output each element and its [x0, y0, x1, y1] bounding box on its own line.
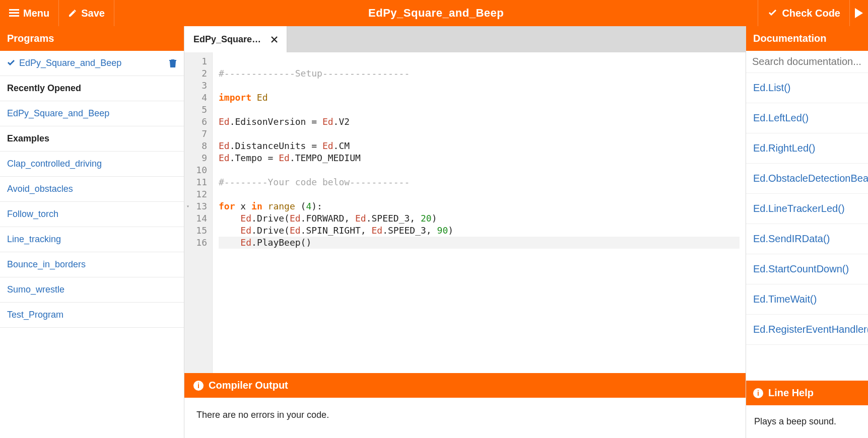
- programs-header: Programs: [0, 26, 184, 51]
- code-line[interactable]: [219, 55, 740, 67]
- code-line[interactable]: [219, 104, 740, 116]
- tab-close-button[interactable]: [271, 36, 278, 43]
- code-line[interactable]: #--------Your code below-----------: [219, 176, 740, 188]
- code-line[interactable]: import Ed: [219, 92, 740, 104]
- doc-search-input[interactable]: [752, 56, 862, 67]
- pencil-icon: [68, 9, 77, 18]
- trash-icon: [169, 59, 177, 68]
- editor-panel: EdPy_Square… 12345678910111213141516 #--…: [184, 26, 746, 438]
- svg-rect-1: [9, 12, 19, 14]
- save-button[interactable]: Save: [59, 0, 114, 26]
- info-icon: i: [753, 388, 763, 398]
- documentation-panel: Documentation Ed.List()Ed.LeftLed()Ed.Ri…: [746, 26, 868, 438]
- info-icon: i: [193, 381, 204, 391]
- close-icon: [271, 36, 278, 43]
- doc-item[interactable]: Ed.List(): [746, 73, 868, 103]
- doc-item[interactable]: Ed.TimeWait(): [746, 284, 868, 315]
- menu-label: Menu: [23, 8, 49, 19]
- doc-item[interactable]: Ed.SendIRData(): [746, 224, 868, 254]
- doc-item[interactable]: Ed.RightLed(): [746, 133, 868, 164]
- compiler-output-body: There are no errors in your code.: [184, 398, 746, 438]
- doc-list: Ed.List()Ed.LeftLed()Ed.RightLed()Ed.Obs…: [746, 73, 868, 381]
- line-help-body: Plays a beep sound.: [746, 405, 868, 438]
- code-line[interactable]: [219, 188, 740, 200]
- active-program-name: EdPy_Square_and_Beep: [19, 58, 121, 68]
- example-item[interactable]: Test_Program: [0, 303, 184, 328]
- code-line[interactable]: #-------------Setup----------------: [219, 67, 740, 80]
- example-item[interactable]: Clap_controlled_driving: [0, 152, 184, 177]
- tab-bar: EdPy_Square…: [184, 26, 746, 52]
- documentation-header: Documentation: [746, 26, 868, 51]
- doc-item[interactable]: Ed.RegisterEventHandler(): [746, 315, 868, 345]
- svg-rect-0: [9, 9, 19, 11]
- code-line[interactable]: [219, 128, 740, 140]
- run-button[interactable]: [849, 0, 868, 26]
- compiler-output-label: Compiler Output: [209, 380, 288, 391]
- doc-item[interactable]: Ed.LineTrackerLed(): [746, 194, 868, 224]
- code-line[interactable]: [219, 164, 740, 176]
- compiler-output-header[interactable]: i Compiler Output: [184, 373, 746, 398]
- doc-item[interactable]: Ed.StartCountDown(): [746, 254, 868, 284]
- examples-header: Examples: [0, 126, 184, 152]
- active-program-row[interactable]: EdPy_Square_and_Beep: [0, 51, 184, 76]
- check-icon: [7, 60, 15, 67]
- hamburger-icon: [9, 9, 19, 17]
- code-line[interactable]: Ed.Tempo = Ed.TEMPO_MEDIUM: [219, 152, 740, 164]
- example-item[interactable]: Sumo_wrestle: [0, 277, 184, 303]
- example-item[interactable]: Avoid_obstacles: [0, 177, 184, 202]
- code-area[interactable]: #-------------Setup----------------impor…: [213, 52, 746, 373]
- top-toolbar: Menu Save EdPy_Square_and_Beep Check Cod…: [0, 0, 868, 26]
- recent-header: Recently Opened: [0, 76, 184, 101]
- doc-search-wrap: [746, 51, 868, 73]
- code-line[interactable]: Ed.EdisonVersion = Ed.V2: [219, 116, 740, 128]
- code-line[interactable]: [219, 80, 740, 92]
- programs-panel: Programs EdPy_Square_and_Beep Recently O…: [0, 26, 184, 438]
- check-code-label: Check Code: [782, 8, 840, 19]
- save-label: Save: [81, 8, 105, 19]
- svg-rect-2: [9, 15, 19, 17]
- code-line[interactable]: Ed.Drive(Ed.FORWARD, Ed.SPEED_3, 20): [219, 212, 740, 225]
- doc-item[interactable]: Ed.ObstacleDetectionBeam(): [746, 164, 868, 194]
- example-item[interactable]: Follow_torch: [0, 202, 184, 227]
- play-icon: [855, 8, 863, 18]
- check-code-button[interactable]: Check Code: [758, 0, 849, 26]
- recent-item[interactable]: EdPy_Square_and_Beep: [0, 101, 184, 126]
- code-editor[interactable]: 12345678910111213141516 #-------------Se…: [184, 52, 746, 373]
- line-help-label: Line Help: [768, 387, 814, 399]
- code-line[interactable]: for x in range (4):: [219, 200, 740, 212]
- delete-program-button[interactable]: [169, 59, 177, 68]
- tab-label: EdPy_Square…: [193, 34, 261, 45]
- example-item[interactable]: Bounce_in_borders: [0, 252, 184, 277]
- line-gutter: 12345678910111213141516: [184, 52, 213, 373]
- example-item[interactable]: Line_tracking: [0, 227, 184, 252]
- code-line[interactable]: Ed.Drive(Ed.SPIN_RIGHT, Ed.SPEED_3, 90): [219, 225, 740, 237]
- menu-button[interactable]: Menu: [0, 0, 59, 26]
- code-line[interactable]: Ed.DistanceUnits = Ed.CM: [219, 140, 740, 152]
- doc-item[interactable]: Ed.LeftLed(): [746, 103, 868, 133]
- line-help-header[interactable]: i Line Help: [746, 381, 868, 405]
- editor-tab[interactable]: EdPy_Square…: [184, 26, 287, 52]
- page-title: EdPy_Square_and_Beep: [114, 0, 758, 26]
- check-icon: [768, 9, 778, 17]
- code-line[interactable]: Ed.PlayBeep(): [219, 237, 740, 249]
